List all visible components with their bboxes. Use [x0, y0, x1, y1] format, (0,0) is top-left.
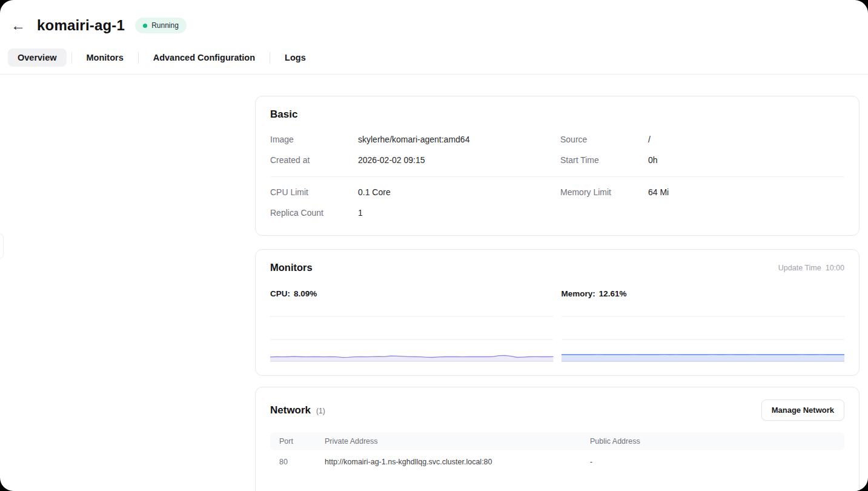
network-count-badge: (1): [316, 407, 325, 415]
network-card-title: Network: [270, 404, 311, 416]
field-label: Memory Limit: [560, 187, 648, 197]
field-value: 2026-02-02 09:15: [358, 155, 425, 165]
basic-card: Basic Image skylerhe/komari-agent:amd64 …: [255, 96, 860, 236]
field-label: Image: [270, 135, 358, 144]
field-value: skylerhe/komari-agent:amd64: [358, 135, 469, 144]
tab-divider: [270, 52, 270, 64]
tab-bar: Overview Monitors Advanced Configuration…: [0, 48, 868, 75]
field-memory-limit: Memory Limit 64 Mi: [560, 182, 844, 202]
field-value: 0h: [648, 155, 658, 165]
sidebar-collapse-handle[interactable]: [0, 233, 4, 259]
network-card: Network (1) Manage Network Port Private …: [255, 387, 860, 491]
cell-port: 80: [279, 458, 325, 466]
tab-overview[interactable]: Overview: [8, 48, 67, 67]
cell-private-address: http://komairi-ag-1.ns-kghdllqg.svc.clus…: [325, 458, 590, 466]
basic-card-divider: [270, 176, 844, 177]
field-created-at: Created at 2026-02-02 09:15: [270, 150, 554, 170]
field-value: /: [648, 135, 651, 144]
memory-chart-value: 12.61%: [599, 289, 627, 298]
network-table: Port Private Address Public Address 80 h…: [270, 432, 844, 473]
manage-network-button[interactable]: Manage Network: [761, 399, 844, 421]
field-value: 1: [358, 208, 363, 218]
basic-card-title: Basic: [270, 109, 844, 121]
update-time-label: Update Time: [778, 264, 821, 272]
page-title: komairi-ag-1: [37, 17, 125, 34]
monitors-card-title: Monitors: [270, 262, 313, 273]
cpu-chart-label: CPU:: [270, 289, 290, 298]
memory-usage-chart: [562, 304, 845, 362]
cell-public-address: -: [590, 458, 835, 466]
field-label: Start Time: [560, 155, 648, 165]
memory-chart-block: Memory: 12.61%: [562, 289, 845, 362]
tab-advanced-configuration[interactable]: Advanced Configuration: [144, 48, 265, 67]
cpu-chart-value: 8.09%: [294, 289, 317, 298]
main-content: Basic Image skylerhe/komari-agent:amd64 …: [255, 96, 860, 491]
memory-chart-label: Memory:: [562, 289, 595, 298]
field-source: Source /: [560, 129, 844, 150]
field-label: Source: [560, 135, 648, 144]
field-value: 0.1 Core: [358, 187, 391, 197]
column-header-public-address: Public Address: [590, 437, 835, 446]
field-image: Image skylerhe/komari-agent:amd64: [270, 129, 554, 150]
tab-monitors[interactable]: Monitors: [77, 48, 133, 67]
monitors-card: Monitors Update Time 10:00 CPU: 8.09% Me…: [255, 249, 860, 376]
status-dot-icon: [143, 24, 147, 28]
column-header-private-address: Private Address: [325, 437, 590, 446]
tab-divider: [71, 52, 72, 64]
update-time-value: 10:00: [826, 264, 844, 272]
field-label: Replica Count: [270, 208, 358, 218]
back-icon[interactable]: ←: [10, 18, 27, 33]
tab-logs[interactable]: Logs: [275, 48, 316, 67]
field-cpu-limit: CPU Limit 0.1 Core: [270, 182, 554, 202]
update-time: Update Time 10:00: [778, 264, 844, 272]
tab-divider: [138, 52, 139, 64]
column-header-port: Port: [279, 437, 325, 446]
field-label: Created at: [270, 155, 358, 165]
table-row: 80 http://komairi-ag-1.ns-kghdllqg.svc.c…: [270, 450, 844, 473]
cpu-chart-block: CPU: 8.09%: [270, 289, 554, 362]
network-table-header: Port Private Address Public Address: [270, 432, 844, 450]
field-replica-count: Replica Count 1: [270, 202, 554, 223]
page-header: ← komairi-ag-1 Running: [0, 0, 868, 34]
field-start-time: Start Time 0h: [560, 150, 844, 170]
field-label: CPU Limit: [270, 187, 358, 197]
field-value: 64 Mi: [648, 187, 669, 197]
status-label: Running: [151, 21, 179, 30]
status-badge: Running: [135, 18, 187, 33]
app-window: ← komairi-ag-1 Running Overview Monitors…: [0, 0, 868, 491]
cpu-usage-chart: [270, 304, 554, 362]
